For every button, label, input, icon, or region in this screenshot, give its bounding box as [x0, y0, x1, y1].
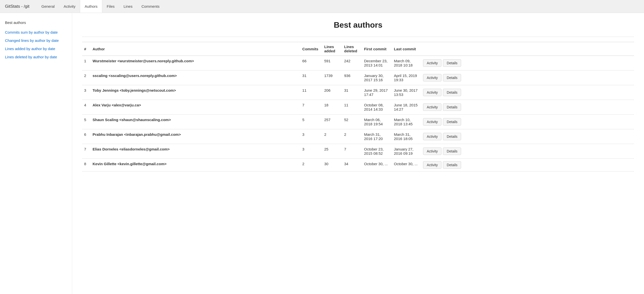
table-row: 2sscaling <sscaling@users.noreply.github… [82, 71, 634, 85]
row-author: Shaun Scaling <shaun@shaunscaling.com> [90, 115, 299, 129]
row-lines-added: 206 [321, 85, 341, 100]
sidebar-link[interactable]: Lines added by author by date [0, 45, 72, 53]
row-lines-added: 257 [321, 115, 341, 129]
table-row: 1Wurstmeister <wurstmeister@users.norepl… [82, 56, 634, 71]
table-row: 5Shaun Scaling <shaun@shaunscaling.com>5… [82, 115, 634, 129]
row-first-commit: October 23, 2015 08:52 [361, 144, 391, 159]
th-num: # [82, 42, 90, 56]
row-last-commit: October 30, ... [391, 159, 421, 171]
row-actions: ActivityDetails [421, 56, 634, 71]
row-lines-added: 25 [321, 144, 341, 159]
nav-tabs: GeneralActivityAuthorsFilesLinesComments [37, 0, 164, 13]
activity-button[interactable]: Activity [423, 103, 442, 111]
row-num: 3 [82, 85, 90, 100]
row-first-commit: January 30, 2017 15:16 [361, 71, 391, 85]
activity-button[interactable]: Activity [423, 147, 442, 155]
content-area: Best authors # Author Commits Lines adde… [72, 13, 644, 294]
row-author: Wurstmeister <wurstmeister@users.noreply… [90, 56, 299, 71]
row-lines-deleted: 52 [341, 115, 361, 129]
row-num: 6 [82, 129, 90, 144]
th-commits: Commits [299, 42, 321, 56]
sidebar-links: Commits sum by author by dateChanged lin… [0, 28, 72, 61]
row-first-commit: October 08, 2014 14:33 [361, 100, 391, 115]
details-button[interactable]: Details [443, 133, 461, 140]
activity-button[interactable]: Activity [423, 161, 442, 169]
th-actions [421, 42, 634, 56]
row-num: 2 [82, 71, 90, 85]
row-num: 4 [82, 100, 90, 115]
row-author: sscaling <sscaling@users.noreply.github.… [90, 71, 299, 85]
details-button[interactable]: Details [443, 147, 461, 155]
th-author: Author [90, 42, 299, 56]
nav-tab-general[interactable]: General [37, 0, 59, 13]
row-commits: 3 [299, 129, 321, 144]
nav-tab-files[interactable]: Files [102, 0, 119, 13]
row-actions: ActivityDetails [421, 71, 634, 85]
authors-table: # Author Commits Lines added Lines delet… [82, 42, 634, 171]
title-divider [82, 37, 634, 37]
th-lines-added: Lines added [321, 42, 341, 56]
nav-tab-authors[interactable]: Authors [80, 0, 102, 13]
activity-button[interactable]: Activity [423, 89, 442, 96]
row-actions: ActivityDetails [421, 129, 634, 144]
details-button[interactable]: Details [443, 74, 461, 82]
details-button[interactable]: Details [443, 103, 461, 111]
details-button[interactable]: Details [443, 161, 461, 169]
sidebar-section-title: Best authors [0, 18, 72, 28]
row-first-commit: October 30, ... [361, 159, 391, 171]
row-num: 7 [82, 144, 90, 159]
row-commits: 2 [299, 159, 321, 171]
row-author: Alex Varju <alex@varju.ca> [90, 100, 299, 115]
th-first-commit: First commit [361, 42, 391, 56]
table-head: # Author Commits Lines added Lines delet… [82, 42, 634, 56]
row-lines-deleted: 936 [341, 71, 361, 85]
row-last-commit: March 31, 2016 18:05 [391, 129, 421, 144]
activity-button[interactable]: Activity [423, 118, 442, 126]
row-last-commit: January 27, 2016 09:19 [391, 144, 421, 159]
row-lines-deleted: 2 [341, 129, 361, 144]
row-lines-added: 30 [321, 159, 341, 171]
row-commits: 3 [299, 144, 321, 159]
row-author: Prabhu Inbarajan <inbarajan.prabhu@gmail… [90, 129, 299, 144]
nav-tab-lines[interactable]: Lines [119, 0, 137, 13]
row-num: 1 [82, 56, 90, 71]
row-num: 5 [82, 115, 90, 129]
row-last-commit: April 15, 2019 19:33 [391, 71, 421, 85]
nav-tab-comments[interactable]: Comments [137, 0, 164, 13]
row-last-commit: March 09, 2018 10:18 [391, 56, 421, 71]
activity-button[interactable]: Activity [423, 133, 442, 140]
row-lines-deleted: 34 [341, 159, 361, 171]
row-commits: 11 [299, 85, 321, 100]
row-commits: 31 [299, 71, 321, 85]
details-button[interactable]: Details [443, 59, 461, 67]
sidebar-link[interactable]: Commits sum by author by date [0, 28, 72, 36]
row-last-commit: June 18, 2015 14:27 [391, 100, 421, 115]
row-actions: ActivityDetails [421, 144, 634, 159]
row-first-commit: June 29, 2017 17:47 [361, 85, 391, 100]
row-lines-deleted: 242 [341, 56, 361, 71]
row-lines-deleted: 11 [341, 100, 361, 115]
top-nav: GitStats - /git GeneralActivityAuthorsFi… [0, 0, 644, 13]
page-title: Best authors [82, 21, 634, 30]
details-button[interactable]: Details [443, 118, 461, 126]
row-last-commit: June 30, 2017 13:53 [391, 85, 421, 100]
row-actions: ActivityDetails [421, 159, 634, 171]
table-row: 7Elias Dorneles <eliasdorneles@gmail.com… [82, 144, 634, 159]
brand: GitStats - /git [5, 4, 29, 9]
sidebar-link[interactable]: Changed lines by author by date [0, 36, 72, 45]
sidebar-link[interactable]: Lines deleted by author by date [0, 53, 72, 61]
row-actions: ActivityDetails [421, 115, 634, 129]
table-header-row: # Author Commits Lines added Lines delet… [82, 42, 634, 56]
row-first-commit: March 31, 2016 17:20 [361, 129, 391, 144]
main-layout: Best authors Commits sum by author by da… [0, 13, 644, 294]
activity-button[interactable]: Activity [423, 74, 442, 82]
nav-tab-activity[interactable]: Activity [59, 0, 80, 13]
table-row: 3Toby Jennings <toby.jennings@netscout.c… [82, 85, 634, 100]
row-lines-added: 591 [321, 56, 341, 71]
activity-button[interactable]: Activity [423, 59, 442, 67]
row-author: Kevin Gillette <kevin.gillette@gmail.com… [90, 159, 299, 171]
row-commits: 5 [299, 115, 321, 129]
row-lines-added: 18 [321, 100, 341, 115]
row-commits: 66 [299, 56, 321, 71]
details-button[interactable]: Details [443, 89, 461, 96]
